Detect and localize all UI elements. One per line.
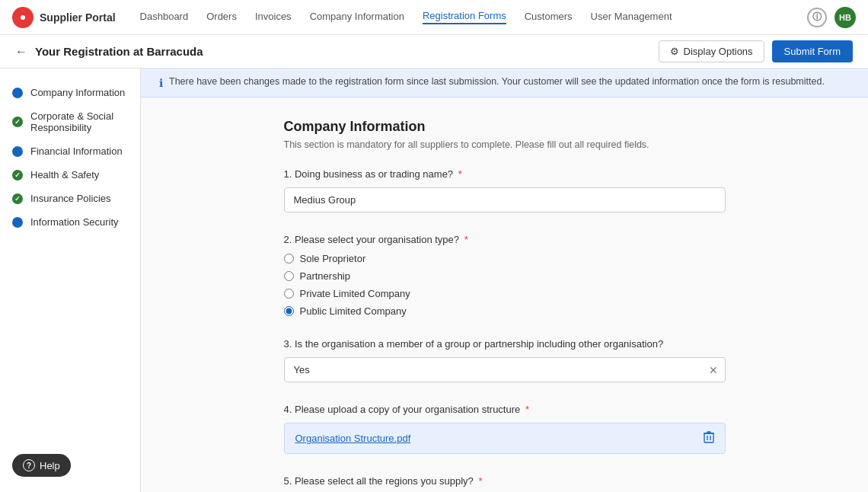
organisation-type-radio-group: Sole Proprietor Partnership Private Limi… xyxy=(284,253,726,317)
back-button[interactable]: ← xyxy=(15,45,27,59)
q3-text: Is the organisation a member of a group … xyxy=(295,338,663,350)
sidebar-label-information-security: Information Security xyxy=(30,216,119,228)
question-4: 4. Please upload a copy of your organisa… xyxy=(284,404,726,454)
question-3-label: 3. Is the organisation a member of a gro… xyxy=(284,338,726,350)
nav-registration-forms[interactable]: Registration Forms xyxy=(423,10,506,24)
q5-number: 5. xyxy=(284,475,292,487)
info-banner: ℹ There have been changes made to the re… xyxy=(141,69,868,97)
info-icon[interactable]: ⓘ xyxy=(807,8,827,27)
sidebar-label-insurance-policies: Insurance Policies xyxy=(30,193,111,204)
radio-label-public-limited: Public Limited Company xyxy=(300,305,407,317)
info-banner-icon: ℹ xyxy=(159,77,163,89)
top-nav: Supplier Portal Dashboard Orders Invoice… xyxy=(0,0,868,35)
info-banner-message: There have been changes made to the regi… xyxy=(169,76,825,87)
nav-links: Dashboard Orders Invoices Company Inform… xyxy=(140,10,807,24)
help-button[interactable]: ? Help xyxy=(12,454,71,477)
sidebar: Company Information Corporate & Social R… xyxy=(0,69,141,492)
submit-form-button[interactable]: Submit Form xyxy=(772,40,853,62)
sidebar-item-insurance-policies[interactable]: Insurance Policies xyxy=(0,187,140,210)
sub-header-right: ⚙ Display Options Submit Form xyxy=(659,40,853,62)
question-5-label: 5. Please select all the regions you sup… xyxy=(284,475,726,487)
q5-required: * xyxy=(478,475,482,487)
svg-rect-2 xyxy=(704,433,713,442)
nav-user-management[interactable]: User Management xyxy=(591,11,672,24)
display-options-button[interactable]: ⚙ Display Options xyxy=(659,40,764,62)
radio-label-sole-proprietor: Sole Proprietor xyxy=(300,253,366,264)
q4-text: Please upload a copy of your organisatio… xyxy=(295,404,520,415)
main-layout: Company Information Corporate & Social R… xyxy=(0,69,868,492)
file-link[interactable]: Organisation Structure.pdf xyxy=(295,433,411,444)
help-label: Help xyxy=(40,460,60,471)
q1-required: * xyxy=(458,168,462,180)
sidebar-item-health-safety[interactable]: Health & Safety xyxy=(0,163,140,187)
dot-information-security xyxy=(12,217,23,228)
radio-input-partnership[interactable] xyxy=(284,271,294,281)
page-title: Your Registration at Barracuda xyxy=(35,45,203,58)
q3-number: 3. xyxy=(284,338,292,350)
radio-input-private-limited[interactable] xyxy=(284,289,294,299)
form-section-subtitle: This section is mandatory for all suppli… xyxy=(284,139,726,150)
help-icon: ? xyxy=(23,459,35,471)
question-2: 2. Please select your organisation type?… xyxy=(284,234,726,317)
q1-text: Doing business as or trading name? xyxy=(295,168,453,180)
sidebar-label-health-safety: Health & Safety xyxy=(30,169,99,181)
sidebar-label-company-information: Company Information xyxy=(30,87,125,98)
radio-partnership[interactable]: Partnership xyxy=(284,270,726,282)
nav-orders[interactable]: Orders xyxy=(206,11,237,24)
app-name: Supplier Portal xyxy=(40,11,116,24)
clear-button[interactable]: ✕ xyxy=(709,364,718,376)
question-1-label: 1. Doing business as or trading name? * xyxy=(284,168,726,180)
dot-health-safety xyxy=(12,170,23,181)
sidebar-label-corporate-social: Corporate & Social Responsibility xyxy=(30,110,128,133)
question-5: 5. Please select all the regions you sup… xyxy=(284,475,726,492)
q5-text: Please select all the regions you supply… xyxy=(295,475,474,487)
dot-corporate-social xyxy=(12,117,23,127)
radio-input-public-limited[interactable] xyxy=(284,306,294,316)
q2-text: Please select your organisation type? xyxy=(295,234,459,245)
question-2-label: 2. Please select your organisation type?… xyxy=(284,234,726,245)
q1-number: 1. xyxy=(284,168,292,180)
q2-required: * xyxy=(464,234,468,245)
radio-label-partnership: Partnership xyxy=(300,270,350,282)
svg-point-1 xyxy=(21,15,25,20)
nav-company-information[interactable]: Company Information xyxy=(310,11,404,24)
radio-label-private-limited: Private Limited Company xyxy=(300,288,410,299)
nav-customers[interactable]: Customers xyxy=(525,11,573,24)
sidebar-item-company-information[interactable]: Company Information xyxy=(0,81,140,104)
question-4-label: 4. Please upload a copy of your organisa… xyxy=(284,404,726,415)
sidebar-item-financial-information[interactable]: Financial Information xyxy=(0,139,140,163)
radio-public-limited[interactable]: Public Limited Company xyxy=(284,305,726,317)
group-partnership-input[interactable] xyxy=(284,357,726,382)
app-logo[interactable]: Supplier Portal xyxy=(12,7,116,28)
dot-financial-information xyxy=(12,146,23,157)
group-partnership-select: ✕ xyxy=(284,357,726,382)
q4-required: * xyxy=(525,404,529,415)
sub-header: ← Your Registration at Barracuda ⚙ Displ… xyxy=(0,35,868,69)
dot-company-information xyxy=(12,88,23,98)
dot-insurance-policies xyxy=(12,193,23,204)
display-options-label: Display Options xyxy=(684,46,753,57)
radio-private-limited[interactable]: Private Limited Company xyxy=(284,288,726,299)
question-3: 3. Is the organisation a member of a gro… xyxy=(284,338,726,382)
question-1: 1. Doing business as or trading name? * xyxy=(284,168,726,212)
radio-sole-proprietor[interactable]: Sole Proprietor xyxy=(284,253,726,264)
file-upload-area: Organisation Structure.pdf xyxy=(284,423,726,454)
nav-right: ⓘ HB xyxy=(807,7,856,28)
user-avatar[interactable]: HB xyxy=(834,7,856,28)
sub-header-left: ← Your Registration at Barracuda xyxy=(15,45,203,59)
nav-dashboard[interactable]: Dashboard xyxy=(140,11,189,24)
file-delete-button[interactable] xyxy=(704,431,714,446)
logo-icon xyxy=(12,7,34,28)
q4-number: 4. xyxy=(284,404,292,415)
form-section-title: Company Information xyxy=(284,119,726,135)
radio-input-sole-proprietor[interactable] xyxy=(284,254,294,264)
q2-number: 2. xyxy=(284,234,292,245)
gear-icon: ⚙ xyxy=(670,46,679,57)
nav-invoices[interactable]: Invoices xyxy=(255,11,292,24)
sidebar-label-financial-information: Financial Information xyxy=(30,145,123,157)
form-area: Company Information This section is mand… xyxy=(269,97,741,492)
sidebar-item-corporate-social[interactable]: Corporate & Social Responsibility xyxy=(0,104,140,139)
sidebar-item-information-security[interactable]: Information Security xyxy=(0,210,140,234)
trading-name-input[interactable] xyxy=(284,187,726,212)
main-content: ℹ There have been changes made to the re… xyxy=(141,69,868,492)
